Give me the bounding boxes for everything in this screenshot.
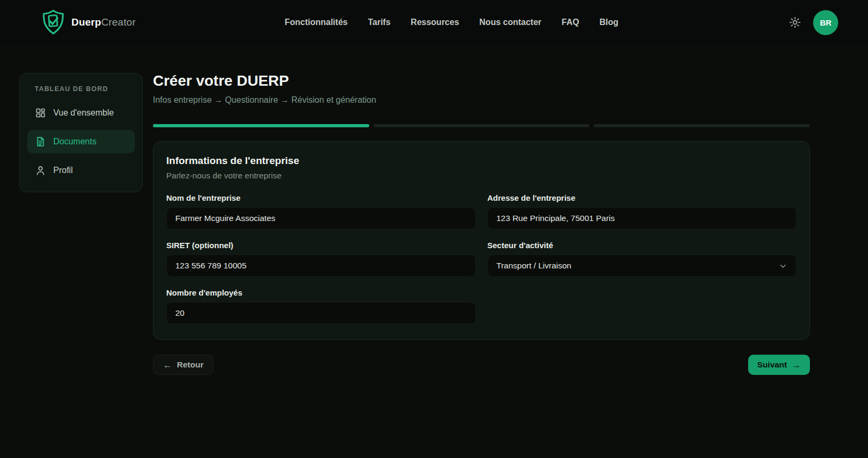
- next-button[interactable]: Suivant →: [748, 355, 810, 375]
- brand-name-bold: Duerp: [71, 17, 101, 28]
- company-name-label: Nom de l'entreprise: [166, 193, 476, 202]
- nav-link-resources[interactable]: Ressources: [411, 18, 459, 27]
- nav-link-features[interactable]: Fonctionnalités: [285, 18, 347, 27]
- sector-select[interactable]: Transport / Livraison: [488, 255, 797, 277]
- nav-link-contact[interactable]: Nous contacter: [480, 18, 541, 27]
- sidebar-section-title: TABLEAU DE BORD: [27, 85, 135, 93]
- sidebar-item-profile[interactable]: Profil: [27, 159, 135, 182]
- back-button[interactable]: ← Retour: [153, 355, 214, 375]
- user-icon: [35, 165, 46, 176]
- field-company-name: Nom de l'entreprise: [166, 193, 476, 230]
- arrow-right-icon: →: [792, 361, 801, 370]
- progress-segment-3: [594, 124, 810, 127]
- field-address: Adresse de l'entreprise: [488, 193, 797, 230]
- address-label: Adresse de l'entreprise: [488, 193, 797, 202]
- company-info-form: Nom de l'entreprise Adresse de l'entrepr…: [166, 193, 797, 324]
- shield-check-logo-icon: [42, 9, 66, 36]
- dashboard-grid-icon: [35, 107, 46, 119]
- field-employees: Nombre d'employés: [166, 288, 476, 324]
- nav-link-pricing[interactable]: Tarifs: [368, 18, 390, 27]
- sidebar-item-documents[interactable]: Documents: [27, 130, 135, 153]
- wizard-actions: ← Retour Suivant →: [153, 355, 810, 375]
- header-right-controls: BR: [789, 10, 838, 35]
- nav-link-blog[interactable]: Blog: [599, 18, 619, 27]
- next-button-label: Suivant: [757, 360, 787, 370]
- employees-label: Nombre d'employés: [166, 288, 476, 297]
- content-area: TABLEAU DE BORD Vue d'ensemble: [0, 45, 868, 375]
- document-icon: [35, 136, 46, 148]
- arrow-left-icon: ←: [163, 361, 172, 370]
- step-progress-bar: [153, 124, 810, 127]
- sector-label: Secteur d'activité: [488, 241, 797, 250]
- dashboard-sidebar: TABLEAU DE BORD Vue d'ensemble: [19, 73, 143, 192]
- field-sector: Secteur d'activité Transport / Livraison: [488, 241, 797, 277]
- main-nav: Fonctionnalités Tarifs Ressources Nous c…: [115, 18, 789, 27]
- card-subtitle: Parlez-nous de votre entreprise: [166, 171, 797, 181]
- employees-input[interactable]: [166, 302, 476, 324]
- chevron-down-icon: [778, 261, 788, 271]
- siret-label: SIRET (optionnel): [166, 241, 476, 250]
- field-siret: SIRET (optionnel): [166, 241, 476, 277]
- sidebar-item-label: Profil: [53, 166, 72, 175]
- step-breadcrumb: Infos entreprise → Questionnaire → Révis…: [153, 95, 810, 105]
- nav-link-faq[interactable]: FAQ: [562, 18, 579, 27]
- sidebar-item-label: Vue d'ensemble: [53, 108, 114, 118]
- address-input[interactable]: [488, 207, 797, 230]
- user-avatar[interactable]: BR: [813, 10, 838, 35]
- sidebar-item-overview[interactable]: Vue d'ensemble: [27, 101, 135, 125]
- company-info-card: Informations de l'entreprise Parlez-nous…: [153, 141, 810, 340]
- progress-segment-2: [374, 124, 590, 127]
- back-button-label: Retour: [177, 360, 204, 370]
- page-title: Créer votre DUERP: [153, 72, 810, 89]
- sector-selected-value: Transport / Livraison: [497, 261, 572, 271]
- main-panel: Créer votre DUERP Infos entreprise → Que…: [153, 72, 810, 375]
- card-title: Informations de l'entreprise: [166, 155, 797, 167]
- siret-input[interactable]: [166, 255, 476, 277]
- sun-theme-toggle-icon[interactable]: [789, 16, 801, 29]
- sidebar-item-label: Documents: [53, 137, 96, 146]
- progress-segment-1: [153, 124, 369, 127]
- company-name-input[interactable]: [166, 207, 476, 230]
- top-header: DuerpCreator Fonctionnalités Tarifs Ress…: [0, 0, 868, 45]
